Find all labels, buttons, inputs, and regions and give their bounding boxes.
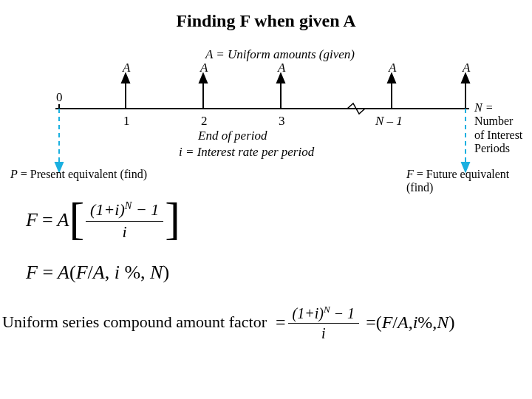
formula-factor-notation: F = A(F/A, i %, N) [26,262,532,284]
i-label: i = Interest rate per period [179,145,314,160]
arrow-label-5: A [463,61,470,75]
bottom-row: Uniform series compound amount factor = … [2,304,532,341]
arrow-label-2: A [200,61,208,75]
F-label: F = Future equivalent (find) [406,168,525,194]
end-of-period: End of period [198,129,267,143]
cash-flow-diagram: A = Uniform amounts (given) A A A A A 0 … [7,46,525,179]
page-title: Finding F when given A [0,11,532,31]
label-A-given: A = Uniform amounts (given) [205,47,355,62]
N-description: N = Number of Interest Periods [474,101,525,156]
tick-Nm1: N – 1 [375,114,403,129]
formula-block: F = A [ (1+i)N − 1 i ] F = A(F/A, i %, N… [26,197,532,284]
tick-1: 1 [123,114,130,129]
formula-F-equals: F = A [ (1+i)N − 1 i ] [26,197,532,243]
factor-name: Uniform series compound amount factor [2,313,267,332]
arrow-label-3: A [278,61,285,75]
tick-2: 2 [201,114,208,129]
tick-3: 3 [279,114,285,129]
factor-definition: = (1+i)N − 1 i =(F/A, i %, N) [276,304,454,341]
tick-0: 0 [56,90,63,105]
P-label: P = Present equivalent (find) [10,168,147,181]
arrow-label-4: A [389,61,396,75]
arrow-label-1: A [123,61,130,75]
